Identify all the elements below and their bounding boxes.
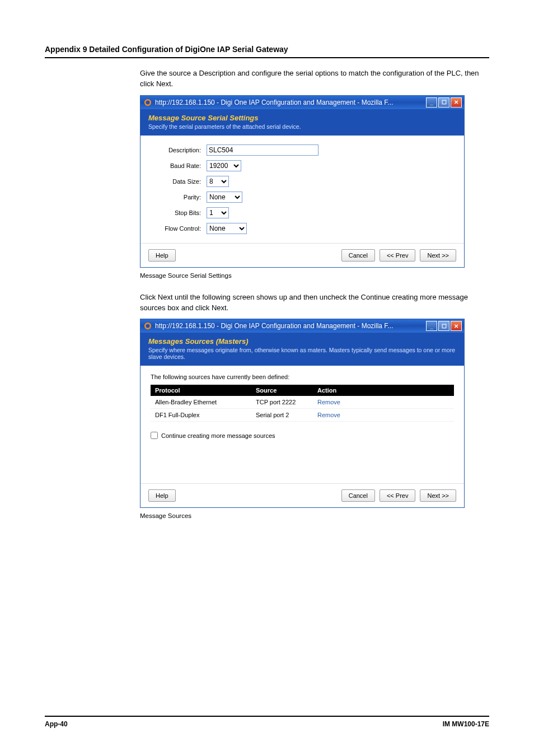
footer-page-number: App-40 — [45, 720, 68, 728]
titlebar: http://192.168.1.150 - Digi One IAP Conf… — [140, 96, 464, 109]
svg-point-1 — [146, 100, 150, 104]
cell-protocol: Allen-Bradley Ethernet — [151, 396, 251, 408]
table-header: Protocol Source Action — [151, 385, 454, 396]
page-footer: App-40 IM MW100-17E — [45, 716, 489, 728]
table-row: Allen-Bradley Ethernet TCP port 2222 Rem… — [151, 396, 454, 409]
panel-title: Messages Sources (Masters) — [148, 337, 456, 346]
prev-button[interactable]: << Prev — [380, 489, 416, 502]
data-size-select[interactable]: 8 — [207, 176, 229, 187]
maximize-button[interactable]: ☐ — [438, 321, 449, 331]
panel-title: Message Source Serial Settings — [148, 114, 456, 122]
label-parity: Parity: — [151, 194, 207, 200]
close-button[interactable]: ✕ — [451, 97, 462, 108]
help-button[interactable]: Help — [148, 249, 176, 262]
cancel-button[interactable]: Cancel — [341, 489, 375, 502]
remove-link[interactable]: Remove — [313, 409, 358, 421]
next-button[interactable]: Next >> — [420, 249, 456, 262]
panel-subtitle: Specify where messages originate from, o… — [148, 347, 456, 360]
baud-select[interactable]: 19200 — [207, 160, 241, 171]
remove-link[interactable]: Remove — [313, 396, 358, 408]
panel-subtitle: Specify the serial parameters of the att… — [148, 123, 456, 130]
continue-label: Continue creating more message sources — [161, 432, 275, 439]
description-input[interactable] — [207, 144, 318, 156]
flow-control-select[interactable]: None — [207, 223, 247, 234]
dialog-serial-settings: http://192.168.1.150 - Digi One IAP Conf… — [140, 95, 465, 268]
help-button[interactable]: Help — [148, 489, 176, 502]
footer-doc-id: IM MW100-17E — [443, 720, 489, 728]
svg-point-3 — [146, 324, 150, 328]
sources-intro: The following sources have currently bee… — [151, 374, 454, 380]
appendix-header: Appendix 9 Detailed Configuration of Dig… — [45, 45, 489, 58]
parity-select[interactable]: None — [207, 192, 242, 203]
titlebar: http://192.168.1.150 - Digi One IAP Conf… — [140, 319, 464, 333]
th-protocol: Protocol — [151, 385, 251, 396]
minimize-button[interactable]: _ — [426, 97, 437, 108]
continue-checkbox[interactable] — [151, 432, 158, 439]
th-action: Action — [313, 385, 358, 396]
caption-2: Message Sources — [140, 512, 489, 519]
window-title: http://192.168.1.150 - Digi One IAP Conf… — [155, 322, 426, 330]
dialog-message-sources: http://192.168.1.150 - Digi One IAP Conf… — [140, 319, 465, 508]
cancel-button[interactable]: Cancel — [341, 249, 375, 262]
label-flow-control: Flow Control: — [151, 225, 207, 232]
minimize-button[interactable]: _ — [426, 321, 437, 331]
cell-source: TCP port 2222 — [251, 396, 313, 408]
cell-source: Serial port 2 — [251, 409, 313, 421]
prev-button[interactable]: << Prev — [380, 249, 416, 262]
maximize-button[interactable]: ☐ — [438, 97, 449, 108]
close-button[interactable]: ✕ — [451, 321, 462, 331]
cell-protocol: DF1 Full-Duplex — [151, 409, 251, 421]
table-row: DF1 Full-Duplex Serial port 2 Remove — [151, 409, 454, 422]
caption-1: Message Source Serial Settings — [140, 272, 489, 279]
th-source: Source — [251, 385, 313, 396]
label-data-size: Data Size: — [151, 178, 207, 185]
label-description: Description: — [151, 147, 207, 153]
intro-paragraph-1: Give the source a Description and config… — [140, 68, 484, 90]
intro-paragraph-2: Click Next until the following screen sh… — [140, 292, 484, 314]
label-stop-bits: Stop Bits: — [151, 209, 207, 216]
stop-bits-select[interactable]: 1 — [207, 207, 229, 218]
next-button[interactable]: Next >> — [420, 489, 456, 502]
label-baud: Baud Rate: — [151, 162, 207, 169]
firefox-icon — [144, 99, 152, 106]
window-title: http://192.168.1.150 - Digi One IAP Conf… — [155, 99, 426, 106]
firefox-icon — [144, 322, 152, 330]
